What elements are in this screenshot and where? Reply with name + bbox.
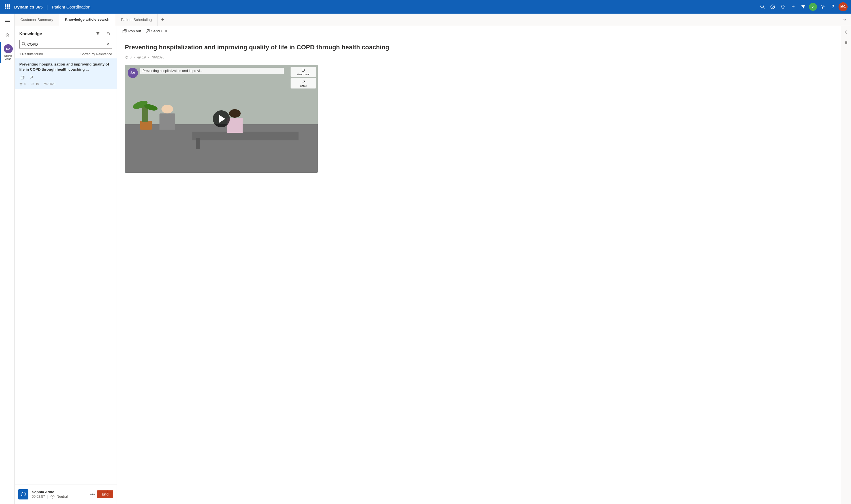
video-controls-overlay: ⏱ Watch later ↗ Share xyxy=(290,67,316,89)
article-toolbar: Pop out Send URL xyxy=(117,26,841,36)
svg-rect-3 xyxy=(5,6,6,8)
help-icon[interactable]: ? xyxy=(828,2,837,11)
scene-person2-head xyxy=(229,109,241,118)
knowledge-meta: 1 Results found Sorted by Relevance xyxy=(15,51,117,58)
tabs-bar: Customer Summary Knowledge article searc… xyxy=(15,14,851,26)
svg-rect-15 xyxy=(5,21,10,22)
chat-time: 00:02:57 xyxy=(32,494,45,499)
panel-list-icon[interactable] xyxy=(842,39,850,47)
sort-label: Sorted by Relevance xyxy=(81,52,112,56)
search-clear-button[interactable]: ✕ xyxy=(106,42,109,47)
search-icon[interactable] xyxy=(758,2,767,11)
sidebar-user-avatar: SA xyxy=(4,44,13,53)
svg-point-28 xyxy=(32,84,33,85)
add-icon[interactable]: + xyxy=(788,2,798,11)
svg-rect-5 xyxy=(8,6,10,8)
video-play-button[interactable] xyxy=(213,110,230,127)
svg-rect-1 xyxy=(7,4,8,6)
video-watch-later-control[interactable]: ⏱ Watch later xyxy=(290,67,316,77)
result-rating: 0 xyxy=(24,82,26,86)
send-url-button[interactable]: Send URL xyxy=(145,29,168,33)
svg-line-33 xyxy=(146,30,149,33)
chat-bar: □ Sophia Adne 00:02:57 | Neutral xyxy=(15,484,117,504)
video-channel-avatar: SA xyxy=(128,68,138,78)
chat-meta: 00:02:57 | Neutral xyxy=(32,494,87,499)
tasks-icon[interactable] xyxy=(768,2,777,11)
waffle-menu-icon[interactable] xyxy=(3,3,11,11)
svg-line-22 xyxy=(24,44,25,46)
scene-person1-head xyxy=(161,105,173,113)
sidebar-user-item[interactable]: SA Sophia Adne xyxy=(0,42,15,63)
user-avatar[interactable]: MC xyxy=(838,2,848,11)
svg-rect-23 xyxy=(21,77,23,79)
module-name: Patient Coordination xyxy=(52,4,90,10)
scene-plant-pot xyxy=(140,121,152,129)
filter-icon[interactable] xyxy=(799,2,808,11)
settings-icon[interactable] xyxy=(818,2,827,11)
result-item-actions xyxy=(19,74,112,80)
tab-add-button[interactable]: + xyxy=(158,14,168,26)
svg-rect-6 xyxy=(5,8,6,10)
sidebar-menu-button[interactable] xyxy=(2,16,13,27)
main-split: Knowledge ✕ xyxy=(15,26,851,504)
svg-point-9 xyxy=(761,5,764,8)
svg-point-21 xyxy=(22,42,25,45)
svg-rect-7 xyxy=(7,8,8,10)
knowledge-results-list: Preventing hospitalization and improving… xyxy=(15,58,117,484)
svg-rect-2 xyxy=(8,4,10,6)
svg-rect-8 xyxy=(8,8,10,10)
chat-more-button[interactable]: ••• xyxy=(90,492,95,497)
panel-collapse-button[interactable] xyxy=(840,15,849,24)
chat-collapse-button[interactable]: □ xyxy=(107,487,113,493)
knowledge-sort-icon[interactable] xyxy=(104,30,112,37)
lightbulb-icon[interactable] xyxy=(778,2,787,11)
knowledge-search-input[interactable] xyxy=(27,42,106,47)
article-content: Preventing hospitalization and improving… xyxy=(117,36,841,504)
top-nav-bar: Dynamics 365 | Patient Coordination + ✓ … xyxy=(0,0,851,14)
sidebar: SA Sophia Adne xyxy=(0,14,15,504)
scene-desk xyxy=(192,131,299,140)
result-date: 7/6/2020 xyxy=(43,82,56,86)
svg-point-36 xyxy=(139,57,140,58)
video-thumbnail[interactable]: SA Preventing hospitalization and improv… xyxy=(125,65,318,173)
article-title: Preventing hospitalization and improving… xyxy=(125,43,833,52)
chat-sentiment: Neutral xyxy=(57,494,68,499)
right-collapse-sidebar xyxy=(841,26,851,504)
knowledge-header: Knowledge xyxy=(15,26,117,40)
content-area: Customer Summary Knowledge article searc… xyxy=(15,14,851,504)
svg-point-13 xyxy=(822,6,823,8)
nav-divider: | xyxy=(47,4,48,10)
svg-rect-16 xyxy=(5,23,10,23)
video-share-control[interactable]: ↗ Share xyxy=(290,78,316,89)
video-title-overlay: Preventing hospitalization and improvi..… xyxy=(140,68,284,74)
top-nav-right-icons: + ✓ ? MC xyxy=(758,2,848,11)
svg-rect-0 xyxy=(5,4,6,6)
svg-line-10 xyxy=(763,8,765,9)
svg-marker-34 xyxy=(125,56,128,59)
scene-desk-leg xyxy=(196,138,200,149)
popout-button[interactable]: Pop out xyxy=(123,29,141,33)
tab-customer-summary[interactable]: Customer Summary xyxy=(15,14,59,26)
knowledge-filter-icon[interactable] xyxy=(94,30,102,37)
svg-line-25 xyxy=(30,76,33,79)
svg-marker-26 xyxy=(20,83,22,85)
results-count: 1 Results found xyxy=(19,52,43,56)
sidebar-home-button[interactable] xyxy=(2,30,13,41)
knowledge-search-bar[interactable]: ✕ xyxy=(19,40,112,49)
result-popout-icon[interactable] xyxy=(19,74,25,80)
result-send-icon[interactable] xyxy=(28,74,34,80)
svg-rect-4 xyxy=(7,6,8,8)
result-item-title: Preventing hospitalization and improving… xyxy=(19,62,112,72)
tab-knowledge-article-search[interactable]: Knowledge article search xyxy=(59,14,116,26)
status-check-icon[interactable]: ✓ xyxy=(809,3,817,11)
sidebar-user-name: Sophia Adne xyxy=(2,54,15,61)
article-meta-views: 19 xyxy=(137,55,145,59)
svg-rect-14 xyxy=(5,20,10,20)
chat-avatar xyxy=(18,489,29,500)
chat-info: Sophia Adne 00:02:57 | Neutral xyxy=(32,490,87,499)
tab-patient-scheduling[interactable]: Patient Scheduling xyxy=(115,14,158,26)
article-meta-star: 0 xyxy=(125,55,132,59)
knowledge-result-item[interactable]: Preventing hospitalization and improving… xyxy=(15,58,117,89)
result-item-meta: 0 · 19 · 7/6/2020 xyxy=(19,82,112,86)
panel-collapse-right-button[interactable] xyxy=(842,29,850,36)
